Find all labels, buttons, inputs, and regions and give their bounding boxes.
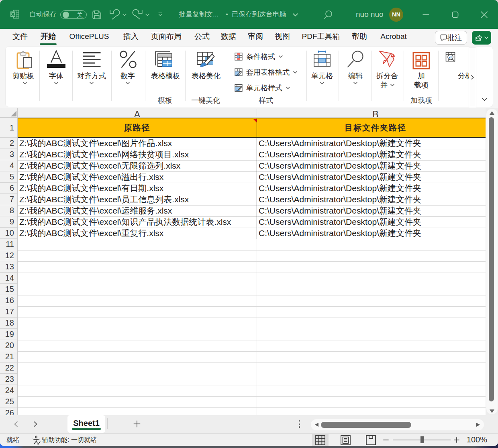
tab-acrobat[interactable]: Acrobat [377, 29, 410, 45]
user-name[interactable]: nuo nuo [356, 0, 384, 29]
accessibility-status[interactable]: 辅助功能: 一切就绪 [42, 434, 97, 446]
column-header-a[interactable]: A [18, 110, 257, 118]
row-header-14[interactable]: 14 [0, 273, 17, 284]
tab-insert[interactable]: 插入 [121, 29, 141, 45]
cell-b7[interactable]: C:\Users\Administrator\Desktop\新建文件夹 [259, 194, 484, 205]
tab-pdf-toolbox[interactable]: PDF工具箱 [300, 29, 342, 45]
row-header-7[interactable]: 7 [0, 194, 17, 205]
cell-b1[interactable]: 目标文件夹路径 [257, 118, 494, 137]
maximize-button[interactable] [451, 11, 459, 18]
tab-formulas[interactable]: 公式 [192, 29, 212, 45]
cell-b9[interactable]: C:\Users\Administrator\Desktop\新建文件夹 [259, 216, 484, 228]
close-button[interactable] [480, 11, 488, 18]
analyze-data-icon[interactable] [445, 52, 455, 62]
split-merge-icon[interactable] [377, 50, 396, 69]
comments-button[interactable]: 批注 [435, 31, 467, 45]
number-format-icon[interactable] [119, 50, 137, 69]
font-expand-icon[interactable] [54, 82, 58, 84]
sheet-bar-more-icon[interactable] [299, 420, 300, 430]
share-button[interactable] [472, 31, 491, 45]
select-all-corner[interactable] [0, 108, 18, 118]
clipboard-icon[interactable] [16, 51, 34, 69]
cell-b6[interactable]: C:\Users\Administrator\Desktop\新建文件夹 [259, 183, 484, 194]
row-header-6[interactable]: 6 [0, 183, 17, 194]
page-layout-view-icon[interactable] [341, 435, 351, 445]
search-icon[interactable] [323, 10, 333, 20]
save-status[interactable]: 已保存到这台电脑 [232, 0, 286, 29]
scroll-left-arrow-icon[interactable] [315, 423, 318, 427]
row-header-24[interactable]: 24 [0, 385, 17, 396]
row-header-13[interactable]: 13 [0, 261, 17, 273]
tab-officeplus[interactable]: OfficePLUS [66, 29, 112, 45]
undo-icon[interactable] [109, 9, 120, 20]
sheet-tab-sheet1[interactable]: Sheet1 [67, 415, 105, 433]
normal-view-icon[interactable] [315, 435, 325, 445]
row-header-4[interactable]: 4 [0, 160, 17, 171]
zoom-slider-thumb[interactable] [420, 436, 424, 443]
row-header-12[interactable]: 12 [0, 250, 17, 261]
horizontal-scrollbar[interactable] [311, 419, 484, 430]
font-icon[interactable] [47, 50, 66, 69]
cells-icon[interactable] [312, 51, 332, 69]
alignment-expand-icon[interactable] [90, 82, 94, 84]
cell-b4[interactable]: C:\Users\Administrator\Desktop\新建文件夹 [259, 160, 484, 171]
row-header-5[interactable]: 5 [0, 171, 17, 183]
tab-page-layout[interactable]: 页面布局 [149, 29, 184, 45]
tab-file[interactable]: 文件 [11, 29, 29, 45]
add-ins-label-line2[interactable]: 载项 [397, 81, 445, 89]
cell-a10[interactable]: Z:\我的ABC测试文件\excel\重复行.xlsx [19, 228, 255, 239]
row-header-25[interactable]: 25 [0, 396, 17, 407]
row-header-20[interactable]: 20 [0, 340, 17, 351]
tab-help[interactable]: 帮助 [350, 29, 369, 45]
table-beautify-icon[interactable] [196, 51, 215, 69]
row-header-10[interactable]: 10 [0, 228, 17, 239]
conditional-formatting-button[interactable]: 条件格式 [235, 51, 283, 62]
cell-a3[interactable]: Z:\我的ABC测试文件\excel\网络扶贫项目.xlsx [19, 149, 255, 160]
add-ins-icon[interactable] [412, 52, 430, 69]
row-header-21[interactable]: 21 [0, 351, 17, 362]
edit-icon[interactable] [347, 51, 364, 69]
autosave-toggle[interactable]: 关 [60, 10, 87, 19]
table-template-icon[interactable] [154, 51, 173, 69]
cell-a8[interactable]: Z:\我的ABC测试文件\excel\运维服务.xlsx [19, 205, 255, 216]
horizontal-scrollbar-thumb[interactable] [321, 422, 411, 428]
scroll-down-arrow-icon[interactable] [490, 409, 494, 413]
avatar[interactable]: NN [389, 8, 403, 22]
document-title[interactable]: 批量复制文... [179, 0, 218, 29]
accessibility-icon[interactable] [31, 436, 41, 445]
number-expand-icon[interactable] [126, 82, 130, 84]
apply-table-format-button[interactable]: 套用表格格式 [235, 67, 297, 77]
split-merge-expand-icon[interactable] [390, 84, 394, 86]
row-header-2[interactable]: 2 [0, 138, 17, 149]
cell-a5[interactable]: Z:\我的ABC测试文件\excel\溢出行.xlsx [19, 171, 255, 183]
cell-a4[interactable]: Z:\我的ABC测试文件\excel\无限筛选列.xlsx [19, 160, 255, 171]
row-header-18[interactable]: 18 [0, 318, 17, 329]
clipboard-expand-icon[interactable] [23, 82, 27, 84]
cell-a1[interactable]: 原路径 [18, 118, 257, 137]
row-header-11[interactable]: 11 [0, 239, 17, 250]
cell-b10[interactable]: C:\Users\Administrator\Desktop\新建文件夹 [259, 228, 484, 239]
tab-home[interactable]: 开始 [39, 29, 58, 45]
sheet-nav-next-icon[interactable] [33, 421, 38, 427]
minimize-button[interactable] [422, 11, 430, 18]
row-header-15[interactable]: 15 [0, 284, 17, 295]
cell-a6[interactable]: Z:\我的ABC测试文件\excel\有日期.xlsx [19, 183, 255, 194]
collapsed-group-strip[interactable] [469, 47, 476, 107]
redo-icon[interactable] [132, 9, 143, 20]
row-header-16[interactable]: 16 [0, 295, 17, 306]
tab-review[interactable]: 审阅 [246, 29, 265, 45]
zoom-in-icon[interactable] [454, 437, 459, 443]
scroll-up-arrow-icon[interactable] [490, 111, 494, 115]
row-header-22[interactable]: 22 [0, 362, 17, 374]
scroll-right-arrow-icon[interactable] [476, 423, 480, 427]
cells-region[interactable]: Z:\我的ABC测试文件\excel\图片作品.xlsxC:\Users\Adm… [18, 118, 486, 415]
zoom-level[interactable]: 100% [466, 434, 487, 446]
tab-view[interactable]: 视图 [273, 29, 292, 45]
column-header-b[interactable]: B [257, 110, 486, 118]
page-break-view-icon[interactable] [366, 435, 376, 445]
cell-b2[interactable]: C:\Users\Administrator\Desktop\新建文件夹 [259, 138, 484, 149]
align-icon[interactable] [83, 52, 101, 68]
cell-styles-button[interactable]: 单元格样式 [235, 83, 290, 93]
column-header-separator[interactable] [257, 109, 257, 116]
collapse-ribbon-icon[interactable] [482, 98, 488, 101]
